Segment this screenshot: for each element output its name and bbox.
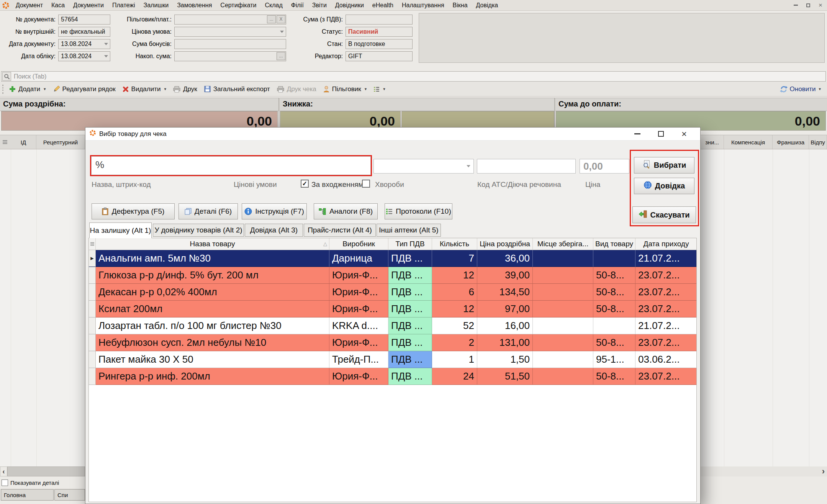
dialog-tab-3[interactable]: Довідка (Alt 3)	[245, 224, 303, 237]
scroll-left-button[interactable]: ‹	[0, 466, 7, 476]
form-field-label: № внутрішній:	[0, 27, 56, 37]
function-button-4[interactable]: Аналоги (F8)	[314, 203, 378, 219]
discount-label: Знижка:	[283, 100, 313, 108]
date-cell: 23.07.2...	[635, 267, 697, 284]
column-header-8[interactable]: Дата приходу	[635, 238, 697, 250]
price-terms-select[interactable]	[373, 159, 474, 173]
bg-column-header[interactable]: ІД	[11, 135, 36, 149]
form-field-input[interactable]: Пасивний	[346, 27, 413, 37]
storage-cell	[533, 334, 593, 351]
column-header-5[interactable]: Ціна роздрібна	[477, 238, 533, 250]
product-row[interactable]: Рингера р-р инф. 200млЮрия-Ф...ПДВ ...24…	[89, 368, 696, 385]
form-field[interactable]: В подготовке	[346, 39, 413, 49]
name-cell: Ксилат 200мл	[96, 301, 329, 317]
product-row[interactable]: ▶Анальгин амп. 5мл №30ДарницаПДВ ...736,…	[89, 250, 696, 267]
column-header-2[interactable]: Виробник	[329, 238, 388, 250]
cancel-button[interactable]: Скасувати	[632, 206, 696, 223]
print-check-button[interactable]: Друк чека	[273, 83, 320, 95]
quick-search-bar[interactable]: Поиск (Tab)	[1, 71, 826, 82]
exit-door-icon	[639, 210, 647, 220]
product-row[interactable]: Глюкоза р-р д/инф. 5% бут. 200 млЮрия-Ф.…	[89, 267, 696, 284]
edit-row-button[interactable]: Редагувати рядок	[49, 83, 119, 95]
export-button[interactable]: Загальний експорт	[201, 83, 273, 95]
dialog-tab-1[interactable]: На залишку (Alt 1)	[89, 223, 152, 238]
by-entry-checkbox[interactable]: ✓	[301, 180, 309, 188]
form-field[interactable]: GIFT	[346, 51, 413, 61]
column-header-7[interactable]: Вид товару	[593, 238, 635, 250]
function-button-2[interactable]: Деталі (F6)	[179, 203, 238, 219]
vat-cell: ПДВ ...	[388, 368, 432, 385]
product-row[interactable]: Декасан р-р 0,02% 400млЮрия-Ф...ПДВ ...6…	[89, 284, 696, 301]
scrollbar-thumb[interactable]	[7, 466, 85, 476]
product-row[interactable]: Ксилат 200млЮрия-Ф...ПДВ ...1297,0050-8.…	[89, 301, 696, 317]
dialog-title-bar: Вибір товару для чека ×	[85, 128, 700, 141]
price-input[interactable]: 0,00	[580, 159, 629, 173]
globe-icon	[644, 181, 652, 191]
bg-column-header[interactable]: Рецептурний	[36, 135, 85, 149]
bg-column-header[interactable]: Відпу	[809, 135, 827, 149]
form-field-label: Дата обліку:	[0, 51, 56, 61]
show-details-label: Показувати деталі	[10, 479, 59, 486]
product-row[interactable]: Пакет майка 30 Х 50Трейд-П...ПДВ ...11,5…	[89, 351, 696, 368]
product-search-input[interactable]: %	[91, 156, 371, 175]
form-field[interactable]	[346, 15, 413, 25]
form-field-input[interactable]	[346, 15, 413, 25]
product-row[interactable]: Лозартан табл. п/о 100 мг блистер №30KRK…	[89, 317, 696, 334]
print-button[interactable]: Друк	[170, 83, 201, 95]
kind-cell: 50-8...	[593, 368, 635, 385]
copydoc-icon	[185, 208, 192, 215]
bottom-tab-list[interactable]: Спи	[54, 489, 85, 501]
bg-column-header[interactable]: зни...	[701, 135, 724, 149]
refresh-label: Оновити	[790, 85, 816, 93]
beneficiary-button[interactable]: Пільговик▾	[320, 83, 370, 95]
maker-cell: Юрия-Ф...	[329, 301, 388, 317]
qty-cell: 1	[432, 351, 477, 368]
maker-cell: Трейд-П...	[329, 351, 388, 368]
bg-column-header[interactable]: Франшиза	[773, 135, 809, 149]
atc-code-input[interactable]	[477, 159, 576, 173]
dialog-tab-4[interactable]: Прайс-листи (Alt 4)	[304, 224, 376, 237]
diseases-checkbox[interactable]	[362, 180, 370, 188]
function-button-1[interactable]: Дефектура (F5)	[92, 203, 175, 219]
column-header-3[interactable]: Тип ПДВ	[388, 238, 432, 250]
qty-cell: 7	[432, 250, 477, 267]
form-field-input[interactable]: GIFT	[346, 51, 413, 61]
function-button-3[interactable]: Інструкція (F7)	[242, 203, 307, 219]
scroll-right-button[interactable]: ›	[820, 466, 827, 476]
show-details-checkbox[interactable]	[2, 479, 8, 486]
column-header-icon-cell	[89, 238, 96, 250]
bg-column-header[interactable]: Компенсація	[724, 135, 773, 149]
add-button[interactable]: Додати▾	[6, 83, 49, 95]
view-list-button[interactable]: ▾	[370, 85, 389, 94]
delete-button[interactable]: Видалити▾	[119, 83, 170, 95]
storage-cell	[533, 284, 593, 301]
maker-cell: Юрия-Ф...	[329, 284, 388, 301]
function-button-5[interactable]: Протоколи (F10)	[385, 203, 452, 219]
dialog-tab-2[interactable]: У довіднику товарів (Alt 2)	[153, 224, 244, 237]
vat-cell: ПДВ ...	[388, 267, 432, 284]
row-marker-cell	[89, 267, 96, 284]
select-button[interactable]: Вибрати	[634, 157, 694, 173]
price-cell: 97,00	[477, 301, 533, 317]
dialog-maximize-icon[interactable]	[658, 131, 664, 137]
function-button-label: Аналоги (F8)	[329, 207, 373, 216]
form-field-input[interactable]: В подготовке	[346, 39, 413, 49]
maker-cell: Юрия-Ф...	[329, 334, 388, 351]
dialog-minimize-icon[interactable]	[634, 133, 640, 134]
dialog-close-icon[interactable]: ×	[681, 131, 687, 137]
bottom-tab-main[interactable]: Головна	[1, 489, 54, 501]
storage-cell	[533, 317, 593, 334]
help-button[interactable]: Довідка	[634, 178, 694, 194]
column-header-1[interactable]: Назва товару△	[96, 238, 329, 250]
form-field[interactable]: Пасивний	[346, 27, 413, 37]
chevron-down-icon	[467, 165, 470, 169]
product-row[interactable]: Небуфлюзон сусп. 2мл небулы №10Юрия-Ф...…	[89, 334, 696, 351]
kind-cell: 50-8...	[593, 301, 635, 317]
dialog-tab-5[interactable]: Інші аптеки (Alt 5)	[377, 224, 441, 237]
column-header-4[interactable]: Кількість	[432, 238, 477, 250]
form-field-label: Дата документу:	[0, 39, 56, 49]
storage-cell	[533, 250, 593, 267]
dropdown-arrow-icon: ▾	[819, 87, 821, 92]
refresh-button[interactable]: Оновити▾	[780, 85, 825, 93]
column-header-6[interactable]: Місце зберіга...	[533, 238, 593, 250]
